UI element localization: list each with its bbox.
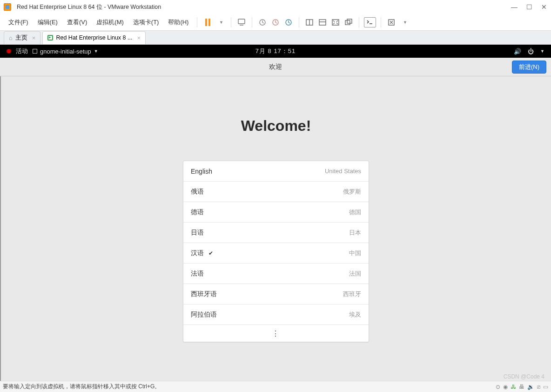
menu-tabs[interactable]: 选项卡(T) — [129, 16, 163, 28]
maximize-button[interactable]: ☐ — [526, 3, 532, 11]
minimize-button[interactable]: — — [511, 3, 517, 11]
watermark: CSDN @Code 4 — [504, 373, 544, 380]
chevron-down-icon: ▼ — [94, 49, 98, 54]
separator — [231, 17, 231, 27]
app-icon — [33, 49, 37, 54]
language-name: 西班牙语 — [191, 290, 217, 298]
window-title: Red Hat Enterprise Linux 8 64 位 - VMware… — [17, 3, 161, 11]
separator — [359, 17, 359, 27]
language-name: 日语 — [191, 229, 204, 237]
send-ctrl-alt-del-button[interactable] — [236, 17, 247, 28]
separator — [252, 17, 252, 27]
menu-vm[interactable]: 虚拟机(M) — [93, 16, 128, 28]
menu-file[interactable]: 文件(F) — [5, 16, 32, 28]
disk-icon[interactable]: ⊙ — [496, 384, 500, 390]
svg-rect-9 — [345, 20, 350, 25]
language-row[interactable]: 德语德国 — [183, 202, 369, 223]
svg-rect-8 — [332, 20, 339, 25]
language-name: 德语 — [191, 208, 204, 216]
window-controls: — ☐ ✕ — [511, 3, 547, 11]
activities-button[interactable]: 活动 — [16, 47, 28, 55]
language-row[interactable]: 日语日本 — [183, 223, 369, 243]
clock[interactable]: 7月 8 17：51 — [255, 47, 296, 55]
pause-vm-button[interactable] — [202, 17, 213, 28]
vmware-status-bar: 要将输入定向到该虚拟机，请将鼠标指针移入其中或按 Ctrl+G。 ⊙ ◉ 🖧 🖶… — [0, 381, 551, 392]
view-single-button[interactable] — [304, 17, 315, 28]
message-icon[interactable]: ▭ — [543, 384, 548, 390]
language-row[interactable]: 汉语✔中国 — [183, 243, 369, 264]
language-name: 汉语✔ — [191, 249, 213, 257]
printer-icon[interactable]: 🖶 — [519, 384, 524, 390]
app-menu-label: gnome-initial-setup — [40, 48, 91, 55]
system-tray[interactable]: 🔊 ⏻ ▼ — [514, 48, 544, 55]
next-button[interactable]: 前进(N) — [512, 61, 546, 74]
welcome-page: Welcome! EnglishUnited States俄语俄罗斯德语德国日语… — [0, 76, 551, 381]
separator — [381, 17, 381, 27]
console-view-button[interactable] — [364, 17, 376, 27]
check-icon: ✔ — [208, 250, 213, 257]
language-list: EnglishUnited States俄语俄罗斯德语德国日语日本汉语✔中国法语… — [183, 161, 369, 342]
language-row[interactable]: 法语法国 — [183, 264, 369, 284]
welcome-heading: Welcome! — [241, 117, 311, 135]
network-icon[interactable]: 🖧 — [511, 384, 516, 390]
language-name: 法语 — [191, 270, 204, 278]
status-hint: 要将输入定向到该虚拟机，请将鼠标指针移入其中或按 Ctrl+G。 — [3, 383, 160, 391]
stretch-guest-button[interactable] — [386, 17, 397, 28]
language-row[interactable]: EnglishUnited States — [183, 161, 369, 182]
power-icon[interactable]: ⏻ — [528, 48, 534, 55]
language-region: 西班牙 — [343, 290, 361, 298]
language-region: United States — [325, 168, 361, 175]
gnome-header-bar: 欢迎 前进(N) — [0, 58, 551, 76]
chevron-down-icon: ▼ — [540, 49, 544, 54]
menu-edit[interactable]: 编辑(E) — [34, 16, 61, 28]
svg-rect-6 — [319, 20, 326, 25]
next-button-label: 前进(N) — [519, 63, 539, 71]
usb-icon[interactable]: ⎚ — [537, 384, 540, 390]
volume-icon[interactable]: 🔊 — [514, 48, 521, 55]
tab-home[interactable]: ⌂ 主页 × — [4, 31, 40, 44]
power-dropdown[interactable]: ▼ — [215, 17, 226, 28]
language-region: 德国 — [349, 208, 361, 216]
close-button[interactable]: ✕ — [541, 3, 547, 11]
more-languages-button[interactable]: ⋮ — [183, 325, 369, 342]
language-name: 俄语 — [191, 188, 204, 196]
language-name: 阿拉伯语 — [191, 311, 217, 319]
language-name: English — [191, 168, 212, 175]
window-titlebar: Red Hat Enterprise Linux 8 64 位 - VMware… — [0, 0, 551, 14]
unity-button[interactable] — [343, 17, 354, 28]
snapshot-revert-button[interactable] — [270, 17, 281, 28]
language-row[interactable]: 俄语俄罗斯 — [183, 182, 369, 202]
language-region: 俄罗斯 — [343, 188, 361, 196]
vm-running-icon — [47, 35, 53, 41]
tab-vm-label: Red Hat Enterprise Linux 8 ... — [56, 34, 132, 41]
sound-icon[interactable]: 🔉 — [527, 384, 534, 390]
gnome-top-bar: 活动 gnome-initial-setup ▼ 7月 8 17：51 🔊 ⏻ … — [0, 45, 551, 58]
tab-bar: ⌂ 主页 × Red Hat Enterprise Linux 8 ... × — [0, 31, 551, 45]
language-row[interactable]: 阿拉伯语埃及 — [183, 304, 369, 325]
home-icon: ⌂ — [9, 34, 13, 41]
menu-view[interactable]: 查看(V) — [63, 16, 91, 28]
fullscreen-button[interactable] — [330, 17, 341, 28]
svg-rect-10 — [347, 19, 352, 23]
cd-icon[interactable]: ◉ — [503, 384, 508, 390]
language-region: 法国 — [349, 270, 361, 278]
language-row[interactable]: 西班牙语西班牙 — [183, 284, 369, 304]
view-console-button[interactable] — [317, 17, 328, 28]
menu-help[interactable]: 帮助(H) — [164, 16, 192, 28]
tab-close-icon[interactable]: × — [32, 34, 36, 41]
redhat-logo-icon — [7, 49, 11, 54]
snapshot-take-button[interactable] — [257, 17, 268, 28]
tab-home-label: 主页 — [15, 34, 27, 42]
tab-close-icon[interactable]: × — [137, 34, 141, 41]
separator — [197, 17, 197, 27]
menu-bar: 文件(F) 编辑(E) 查看(V) 虚拟机(M) 选项卡(T) 帮助(H) ▼ … — [0, 14, 551, 31]
svg-rect-0 — [238, 19, 245, 24]
vmware-app-icon — [4, 3, 11, 11]
device-tray: ⊙ ◉ 🖧 🖶 🔉 ⎚ ▭ — [496, 384, 548, 390]
language-region: 埃及 — [349, 311, 361, 319]
app-menu[interactable]: gnome-initial-setup ▼ — [33, 48, 98, 55]
snapshot-manager-button[interactable] — [283, 17, 294, 28]
tab-vm[interactable]: Red Hat Enterprise Linux 8 ... × — [42, 31, 146, 44]
page-title: 欢迎 — [269, 63, 282, 71]
stretch-dropdown[interactable]: ▼ — [399, 17, 410, 28]
